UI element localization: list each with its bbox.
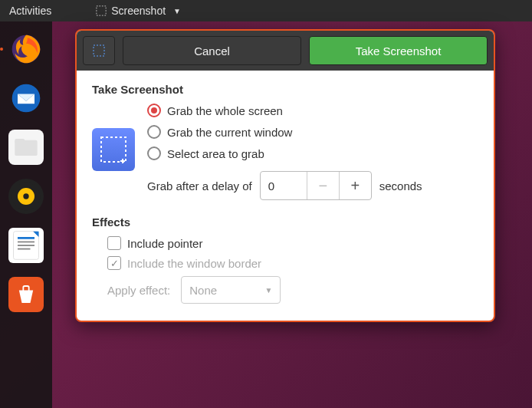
section-effects-title: Effects [92,216,478,229]
capture-preview-icon [92,128,135,171]
svg-rect-4 [15,139,25,143]
svg-rect-14 [94,45,104,56]
checkbox-icon [107,236,121,250]
app-menu[interactable]: Screenshot ▼ [96,5,181,17]
svg-rect-0 [97,6,106,15]
apply-effect-value: None [189,284,217,297]
app-menu-label: Screenshot [111,5,166,17]
dock-thunderbird[interactable] [6,78,46,118]
selection-mode-button[interactable] [83,36,115,65]
chevron-down-icon: ▼ [173,7,181,15]
apply-effect-combo: None ▼ [181,276,281,304]
delay-suffix-label: seconds [379,179,422,192]
svg-rect-11 [18,245,34,246]
svg-rect-12 [18,248,31,250]
delay-value[interactable]: 0 [261,172,307,199]
radio-dot-icon [147,146,161,160]
include-pointer-label: Include pointer [127,237,202,250]
svg-rect-9 [18,237,34,239]
dock-firefox[interactable] [6,29,46,69]
dock-libreoffice-writer[interactable] [6,225,46,265]
include-pointer-checkbox[interactable]: Include pointer [107,236,478,250]
include-border-label: Include the window border [127,257,261,270]
radio-area-label: Select area to grab [167,147,264,160]
radio-dot-icon [147,125,161,139]
delay-increment-button[interactable]: + [339,172,371,199]
radio-current-window[interactable]: Grab the current window [147,125,478,139]
delay-spinner: 0 − + [260,171,372,200]
svg-rect-10 [18,242,34,243]
cancel-button[interactable]: Cancel [123,36,301,65]
radio-window-label: Grab the current window [167,126,292,139]
screenshot-menu-icon [96,5,107,16]
delay-prefix-label: Grab after a delay of [147,179,252,192]
svg-point-7 [23,193,28,199]
radio-select-area[interactable]: Select area to grab [147,146,478,160]
include-border-checkbox: Include the window border [107,256,478,270]
dock-software[interactable] [6,275,46,314]
activities-button[interactable]: Activities [9,5,51,17]
dock-files[interactable] [6,127,46,167]
svg-rect-15 [101,137,126,162]
dock-rhythmbox[interactable] [6,176,46,216]
screenshot-window: Cancel Take Screenshot Take Screenshot G… [75,29,495,322]
checkbox-icon [107,256,121,270]
apply-effect-label: Apply effect: [107,284,170,297]
radio-whole-label: Grab the whole screen [167,104,283,117]
radio-whole-screen[interactable]: Grab the whole screen [147,104,478,117]
radio-dot-icon [147,104,161,117]
window-content: Take Screenshot Grab the whole screen Gr… [77,71,494,321]
top-panel: Activities Screenshot ▼ [0,0,532,21]
section-capture-title: Take Screenshot [92,83,478,96]
take-screenshot-button[interactable]: Take Screenshot [309,36,488,65]
chevron-down-icon: ▼ [264,286,272,294]
delay-decrement-button[interactable]: − [307,172,339,199]
titlebar: Cancel Take Screenshot [77,31,494,71]
dock [0,21,52,408]
